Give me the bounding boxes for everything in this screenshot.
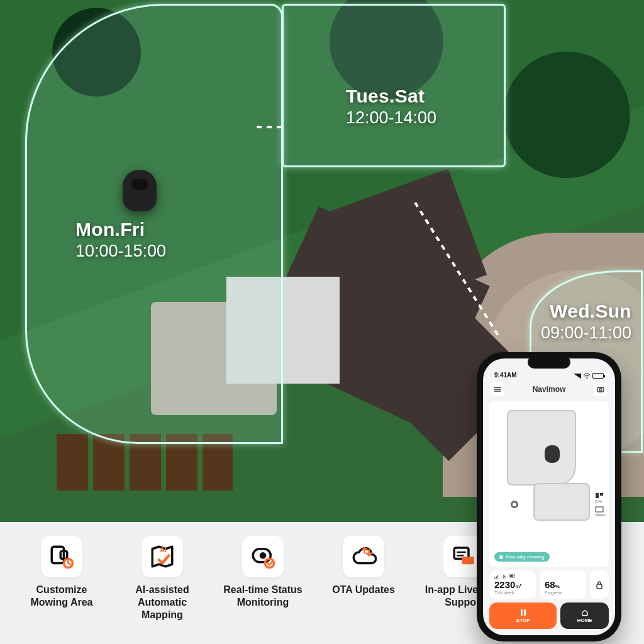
area-tag: 2600m² [595,506,606,515]
camera-status-icon [250,543,276,570]
menu-button[interactable] [491,382,504,396]
dynamic-island [528,356,570,369]
svg-rect-12 [596,493,599,498]
svg-point-11 [599,389,602,391]
feature-status-monitoring: Real-time Status Monitoring [223,536,303,609]
svg-text:AI: AI [160,546,167,553]
app-header: Navimow [483,380,615,399]
feature-label: Customize Mowing Area [21,584,102,609]
ai-mapping-icon: AI [149,543,175,570]
feature-customize-area: Customize Mowing Area [21,536,102,609]
hamburger-icon [494,386,501,393]
stat-area-sub: This week [494,591,531,595]
svg-rect-14 [596,507,603,512]
svg-rect-19 [524,609,526,616]
zone-1-days: Mon.Fri [75,219,166,240]
pause-icon [519,609,527,616]
app-dock-icon [511,501,518,508]
stop-button[interactable]: STOP [489,602,557,629]
mower-robot-icon [123,170,157,211]
battery-small-icon [509,574,516,578]
signal-icon [494,574,499,579]
wifi-icon [583,373,591,379]
svg-rect-8 [462,557,474,564]
cellular-icon [574,374,581,379]
feature-ai-mapping: AI AI-assisted Automatic Mapping [122,536,203,621]
lock-button[interactable] [590,570,609,599]
zone-2-days: Tues.Sat [346,86,436,107]
status-dot-icon [499,555,503,559]
app-map-zone [507,410,576,486]
svg-rect-17 [597,584,602,589]
chat-support-icon [451,543,477,570]
stat-progress-value: 68 [545,579,555,590]
home-button-label: HOME [577,618,592,623]
feature-label: Real-time Status Monitoring [223,584,303,609]
app-map-zone [533,483,590,521]
app-map-area[interactable]: Zone 2600m² Manually mowing [489,401,609,567]
stat-area-card[interactable]: 2230m² This week [489,570,536,599]
svg-point-9 [586,378,587,379]
cloud-ota-icon [350,543,377,570]
svg-rect-18 [521,609,523,616]
zone-1-time: 10:00-15:00 [75,242,166,261]
stat-progress-card[interactable]: 68% Progress [540,570,586,599]
stat-area-value: 2230 [494,579,515,590]
status-time: 9:41AM [494,372,517,379]
svg-rect-0 [52,547,64,563]
zone-3-time: 09:00-11:00 [541,323,631,343]
stat-area-unit: m² [515,584,521,589]
zone-3-label: Wed.Sun 09:00-11:00 [541,301,631,343]
stop-button-label: STOP [516,618,530,623]
svg-rect-13 [600,493,603,496]
zone-1-label: Mon.Fri 10:00-15:00 [75,219,166,261]
zone-2-label: Tues.Sat 12:00-14:00 [346,86,436,128]
app-mower-icon [545,445,560,463]
battery-icon [592,373,604,379]
zone-2-time: 12:00-14:00 [346,108,436,128]
phone-mockup: 9:41AM Navimow [477,352,621,641]
svg-point-5 [260,552,267,559]
stat-progress-unit: % [555,584,560,589]
stat-progress-sub: Progress [545,591,581,595]
svg-rect-16 [510,575,513,577]
camera-icon [597,386,604,393]
feature-ota-updates: OTA Updates [323,536,404,596]
app-title: Navimow [533,385,566,394]
feature-label: AI-assisted Automatic Mapping [122,584,203,621]
home-icon [581,609,589,616]
camera-button[interactable] [594,382,608,396]
home-button[interactable]: HOME [560,602,609,629]
zone-connector-1-2 [257,126,283,128]
lock-icon [596,580,603,589]
status-pill-text: Manually mowing [506,554,545,560]
map-side-info: Zone 2600m² [595,492,606,515]
map-area-icon [48,543,75,570]
app-screen: 9:41AM Navimow [483,358,615,635]
zone-count-tag: Zone [595,492,606,501]
mower-status-pill[interactable]: Manually mowing [494,552,550,562]
feature-label: OTA Updates [332,584,395,596]
bluetooth-icon [502,574,507,579]
zone-3-days: Wed.Sun [541,301,631,322]
